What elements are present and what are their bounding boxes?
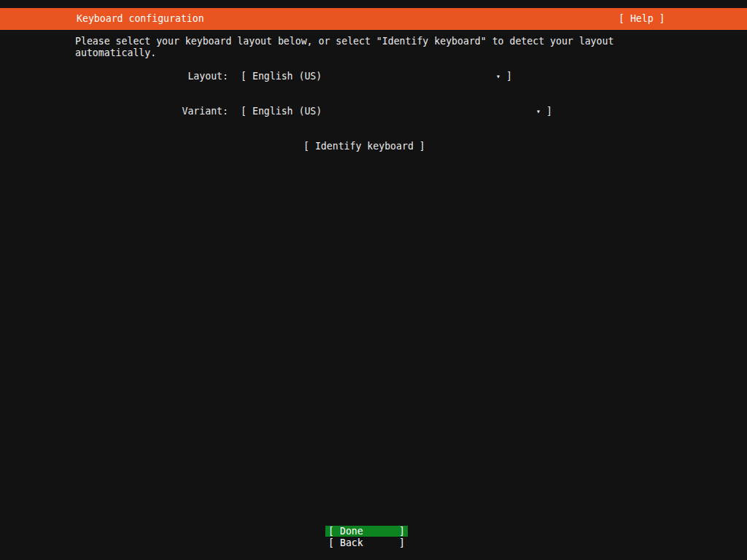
done-button[interactable]: [ Done ]: [325, 526, 408, 537]
layout-label: Layout:: [75, 71, 228, 82]
chevron-down-icon: ▾: [536, 106, 541, 117]
chevron-down-icon: ▾: [496, 71, 500, 82]
variant-label: Variant:: [75, 106, 228, 117]
variant-dropdown-open-bracket: [: [241, 106, 247, 117]
layout-dropdown-value: English (US): [252, 71, 322, 82]
back-button-close-bracket: ]: [399, 537, 405, 548]
done-button-label: Done: [340, 526, 363, 537]
identify-keyboard-button[interactable]: [ Identify keyboard ]: [303, 141, 425, 152]
page-title: Keyboard configuration: [77, 8, 204, 30]
instructions-text: Please select your keyboard layout below…: [75, 36, 628, 59]
done-button-open-bracket: [: [328, 526, 334, 537]
back-button[interactable]: [ Back ]: [325, 537, 408, 548]
back-button-label: Back: [340, 537, 363, 548]
variant-dropdown-close-bracket: ]: [546, 106, 552, 117]
keyboard-configuration-screen: Keyboard configuration [ Help ] Please s…: [0, 0, 747, 560]
layout-dropdown-close-bracket: ]: [506, 71, 512, 82]
back-button-open-bracket: [: [328, 537, 334, 548]
layout-dropdown[interactable]: [ English (US) ▾ ]: [241, 71, 512, 82]
layout-row: Layout: [ English (US) ▾ ]: [0, 71, 747, 82]
help-button[interactable]: [ Help ]: [619, 8, 665, 30]
header-bar: Keyboard configuration [ Help ]: [0, 8, 747, 30]
variant-row: Variant: [ English (US) ▾ ]: [0, 106, 747, 117]
variant-dropdown[interactable]: [ English (US) ▾ ]: [241, 106, 552, 117]
done-button-close-bracket: ]: [399, 526, 405, 537]
layout-dropdown-open-bracket: [: [241, 71, 247, 82]
variant-dropdown-value: English (US): [252, 106, 322, 117]
